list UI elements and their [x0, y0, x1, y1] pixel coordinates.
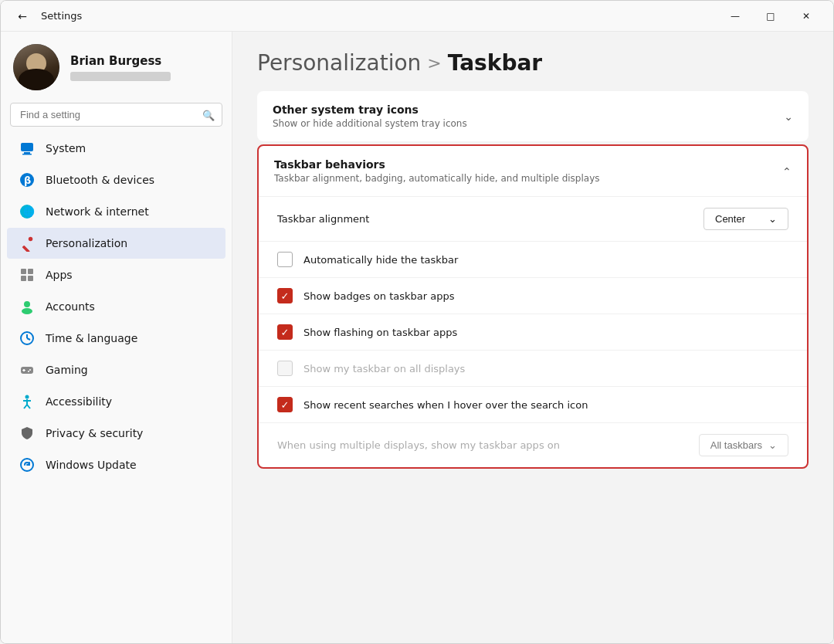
search-box: 🔍: [10, 103, 222, 127]
sidebar-item-label: Windows Update: [46, 459, 137, 471]
nav-list: System β Bluetooth & devices: [1, 133, 232, 480]
svg-line-27: [27, 405, 30, 408]
sidebar-item-bluetooth[interactable]: β Bluetooth & devices: [7, 164, 225, 195]
accessibility-icon: [19, 394, 35, 409]
behaviors-chevron: ⌄: [782, 165, 792, 178]
sidebar-item-label: Network & internet: [46, 205, 149, 218]
window-title: Settings: [41, 10, 82, 22]
tray-icons-text: Other system tray icons Show or hide add…: [273, 103, 467, 129]
sidebar-item-label: Apps: [46, 269, 73, 281]
sidebar-item-system[interactable]: System: [7, 133, 225, 164]
sidebar-item-time[interactable]: Time & language: [7, 323, 225, 354]
alignment-dropdown[interactable]: Center ⌄: [703, 208, 788, 230]
tray-icons-header[interactable]: Other system tray icons Show or hide add…: [257, 91, 809, 141]
avatar-image: [13, 44, 59, 90]
sidebar-item-label: Accessibility: [46, 395, 112, 408]
svg-point-14: [22, 308, 32, 314]
svg-point-21: [29, 369, 31, 371]
svg-line-17: [27, 338, 30, 340]
badges-checkbox[interactable]: [277, 288, 293, 303]
flashing-label: Show flashing on taskbar apps: [303, 327, 457, 338]
sidebar-item-privacy[interactable]: Privacy & security: [7, 418, 225, 449]
sidebar-item-gaming[interactable]: Gaming: [7, 354, 225, 385]
svg-text:β: β: [24, 175, 31, 186]
close-button[interactable]: ✕: [788, 4, 824, 29]
breadcrumb: Personalization > Taskbar: [257, 50, 809, 76]
personalization-icon: [19, 236, 35, 251]
sidebar-item-label: Privacy & security: [46, 427, 143, 439]
alignment-chevron-icon: ⌄: [768, 213, 777, 225]
behaviors-text: Taskbar behaviors Taskbar alignment, bad…: [274, 158, 600, 184]
auto-hide-checkbox[interactable]: [277, 252, 293, 267]
behaviors-title: Taskbar behaviors: [274, 158, 600, 171]
svg-rect-20: [22, 370, 25, 371]
svg-point-22: [28, 371, 29, 372]
breadcrumb-separator: >: [427, 53, 441, 73]
flashing-row[interactable]: Show flashing on taskbar apps: [259, 314, 807, 350]
user-name: Brian Burgess: [70, 54, 171, 68]
badges-row[interactable]: Show badges on taskbar apps: [259, 277, 807, 314]
sidebar-item-label: Bluetooth & devices: [46, 174, 154, 186]
sidebar-item-label: System: [46, 142, 86, 154]
auto-hide-label: Automatically hide the taskbar: [303, 254, 458, 266]
svg-rect-7: [22, 246, 30, 252]
multi-display-chevron-icon: ⌄: [768, 439, 777, 451]
privacy-icon: [19, 425, 35, 441]
update-icon: [19, 457, 35, 473]
behaviors-header[interactable]: Taskbar behaviors Taskbar alignment, bad…: [259, 146, 807, 196]
window-controls: — □ ✕: [717, 4, 824, 29]
sidebar-item-label: Time & language: [46, 332, 137, 344]
sidebar-item-personalization[interactable]: Personalization: [7, 228, 225, 259]
svg-rect-12: [28, 276, 33, 281]
sidebar-item-label: Accounts: [46, 300, 95, 313]
title-bar: ← Settings — □ ✕: [1, 1, 833, 32]
svg-point-13: [24, 301, 30, 307]
multi-display-value: All taskbars: [710, 439, 762, 451]
flashing-checkbox[interactable]: [277, 324, 293, 340]
multi-display-label: When using multiple displays, show my ta…: [277, 439, 688, 451]
search-input[interactable]: [10, 103, 222, 127]
tray-icons-chevron: ⌄: [784, 110, 793, 123]
all-displays-row[interactable]: Show my taskbar on all displays: [259, 350, 807, 386]
user-detail-bar: [70, 72, 171, 81]
user-info: Brian Burgess: [70, 54, 171, 81]
all-displays-checkbox[interactable]: [277, 361, 293, 376]
recent-searches-label: Show recent searches when I hover over t…: [303, 399, 588, 411]
tray-icons-subtitle: Show or hide additional system tray icon…: [273, 118, 467, 129]
bluetooth-icon: β: [19, 172, 35, 188]
back-button[interactable]: ←: [10, 4, 35, 29]
tray-icons-title: Other system tray icons: [273, 103, 467, 116]
maximize-button[interactable]: □: [753, 4, 788, 29]
recent-searches-row[interactable]: Show recent searches when I hover over t…: [259, 386, 807, 422]
behaviors-subtitle: Taskbar alignment, badging, automaticall…: [274, 173, 600, 184]
all-displays-label: Show my taskbar on all displays: [303, 363, 465, 375]
svg-rect-11: [21, 276, 26, 281]
main-content: Personalization > Taskbar Other system t…: [232, 32, 833, 643]
svg-rect-1: [24, 152, 30, 154]
badges-label: Show badges on taskbar apps: [303, 290, 454, 302]
svg-rect-0: [21, 143, 33, 151]
sidebar-item-accounts[interactable]: Accounts: [7, 291, 225, 322]
sidebar: Brian Burgess 🔍: [1, 32, 232, 643]
sidebar-item-network[interactable]: 🌐 Network & internet: [7, 196, 225, 227]
multi-display-dropdown[interactable]: All taskbars ⌄: [699, 434, 788, 456]
sidebar-item-accessibility[interactable]: Accessibility: [7, 386, 225, 417]
sidebar-item-apps[interactable]: Apps: [7, 259, 225, 290]
search-icon: 🔍: [202, 109, 215, 120]
multi-display-row: When using multiple displays, show my ta…: [259, 422, 807, 467]
time-icon: [19, 330, 35, 346]
svg-rect-2: [22, 154, 32, 155]
sidebar-item-update[interactable]: Windows Update: [7, 449, 225, 480]
breadcrumb-parent: Personalization: [257, 50, 421, 76]
sidebar-item-label: Gaming: [46, 364, 88, 376]
auto-hide-row[interactable]: Automatically hide the taskbar: [259, 241, 807, 277]
avatar: [13, 44, 59, 90]
system-icon: [19, 141, 35, 156]
sidebar-item-label: Personalization: [46, 237, 127, 249]
svg-rect-9: [21, 269, 26, 274]
tray-icons-card: Other system tray icons Show or hide add…: [257, 91, 809, 141]
behaviors-card: Taskbar behaviors Taskbar alignment, bad…: [257, 144, 809, 469]
breadcrumb-current: Taskbar: [448, 50, 542, 76]
recent-searches-checkbox[interactable]: [277, 397, 293, 412]
minimize-button[interactable]: —: [717, 4, 753, 29]
